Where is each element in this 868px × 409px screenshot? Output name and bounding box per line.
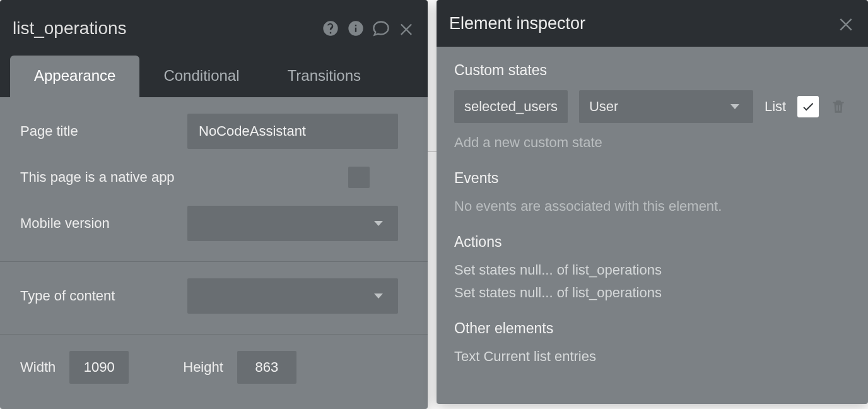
height-label: Height <box>183 359 223 376</box>
actions-section: Actions Set states null... of list_opera… <box>454 234 850 301</box>
inspector-header: Element inspector <box>437 0 868 47</box>
header-icons <box>322 20 415 37</box>
section-page-basic: Page title This page is a native app Mob… <box>0 97 428 262</box>
list-checkbox[interactable] <box>797 96 819 117</box>
custom-states-heading: Custom states <box>454 62 850 79</box>
mobile-version-label: Mobile version <box>20 215 187 232</box>
property-editor-panel: list_operations Appearance Conditional T… <box>0 0 428 409</box>
type-of-content-label: Type of content <box>20 288 187 304</box>
other-elements-section: Other elements Text Current list entries <box>454 320 850 365</box>
comment-icon[interactable] <box>372 20 390 37</box>
height-input[interactable] <box>237 351 296 384</box>
tab-appearance[interactable]: Appearance <box>10 56 139 97</box>
native-app-checkbox[interactable] <box>348 167 370 188</box>
other-elements-heading: Other elements <box>454 320 850 337</box>
action-item[interactable]: Set states null... of list_operations <box>454 262 850 278</box>
type-of-content-select[interactable] <box>187 278 398 314</box>
width-label: Width <box>20 359 56 376</box>
element-name-title[interactable]: list_operations <box>13 18 322 39</box>
state-type-value: User <box>589 98 618 115</box>
custom-states-section: Custom states selected_users User List A… <box>454 62 850 151</box>
tabs-bar: Appearance Conditional Transitions <box>0 53 428 97</box>
divider-peek <box>428 151 437 152</box>
other-element-item[interactable]: Text Current list entries <box>454 348 850 365</box>
state-type-select[interactable]: User <box>579 90 753 123</box>
help-icon[interactable] <box>322 20 339 37</box>
events-empty-text: No events are associated with this eleme… <box>454 198 850 215</box>
actions-heading: Actions <box>454 234 850 251</box>
events-heading: Events <box>454 170 850 187</box>
section-dimensions: Width Height <box>0 335 428 401</box>
events-section: Events No events are associated with thi… <box>454 170 850 215</box>
custom-state-row: selected_users User List <box>454 90 850 123</box>
panel-header: list_operations <box>0 0 428 53</box>
state-name-value: selected_users <box>464 98 558 115</box>
inspector-title: Element inspector <box>449 14 836 33</box>
caret-down-icon <box>374 221 383 226</box>
close-icon[interactable] <box>836 14 855 33</box>
info-icon[interactable] <box>347 20 365 37</box>
native-app-label: This page is a native app <box>20 169 348 186</box>
page-title-input[interactable] <box>187 114 398 149</box>
tab-transitions[interactable]: Transitions <box>264 56 385 97</box>
width-input[interactable] <box>69 351 129 384</box>
section-type-of-content: Type of content <box>0 262 428 335</box>
caret-down-icon <box>730 104 739 109</box>
list-label: List <box>765 98 786 115</box>
element-inspector-panel: Element inspector Custom states selected… <box>437 0 868 404</box>
action-item[interactable]: Set states null... of list_operations <box>454 285 850 301</box>
tab-conditional[interactable]: Conditional <box>139 56 263 97</box>
caret-down-icon <box>374 293 383 299</box>
inspector-body: Custom states selected_users User List A… <box>437 47 868 404</box>
close-icon[interactable] <box>397 20 415 37</box>
add-custom-state-link[interactable]: Add a new custom state <box>454 134 850 151</box>
mobile-version-select[interactable] <box>187 206 398 241</box>
page-title-label: Page title <box>20 123 187 139</box>
state-name-box[interactable]: selected_users <box>454 90 568 123</box>
panel-body: Page title This page is a native app Mob… <box>0 97 428 409</box>
trash-icon[interactable] <box>830 97 847 116</box>
